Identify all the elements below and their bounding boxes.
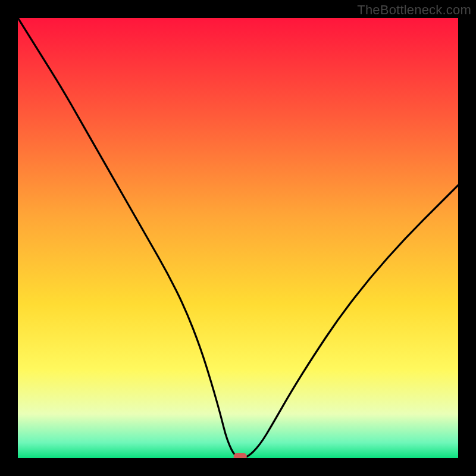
chart-frame: TheBottleneck.com [0, 0, 476, 476]
chart-svg [18, 18, 458, 458]
chart-plot [18, 18, 458, 458]
chart-background [18, 18, 458, 458]
optimum-marker [234, 453, 247, 458]
watermark-label: TheBottleneck.com [357, 2, 471, 18]
